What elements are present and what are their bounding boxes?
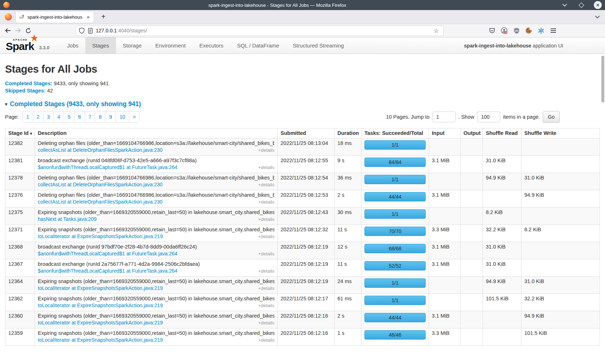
details-toggle[interactable]: +details	[258, 165, 274, 170]
forward-icon[interactable]	[13, 26, 23, 36]
back-icon[interactable]	[3, 26, 13, 36]
page-button-7[interactable]: 7	[85, 112, 95, 122]
column-header-description[interactable]: Description	[35, 128, 278, 138]
uo-shield-icon[interactable]: UO	[511, 26, 521, 36]
details-toggle[interactable]: +details	[258, 251, 274, 256]
stage-detail-link[interactable]: toLocalIterator at ExpireSnapshotsSparkA…	[38, 233, 163, 239]
page-info-icon[interactable]	[88, 28, 93, 34]
details-toggle[interactable]: +details	[258, 268, 274, 274]
nav-tab-stages[interactable]: Stages	[85, 37, 116, 54]
column-header-shuffle-write[interactable]: Shuffle Write	[521, 128, 600, 138]
details-toggle[interactable]: +details	[258, 182, 274, 187]
next-page-button[interactable]: >	[129, 112, 139, 122]
shuffle-read-cell: 32.2 KiB	[483, 225, 521, 242]
details-toggle[interactable]: +details	[258, 217, 274, 222]
column-header-stage-id[interactable]: Stage Id▾	[5, 128, 35, 138]
nav-tab-environment[interactable]: Environment	[148, 37, 192, 54]
page-button-4[interactable]: 4	[54, 112, 64, 122]
nav-tab-sql-dataframe[interactable]: SQL / DataFrame	[230, 37, 286, 54]
input-cell	[429, 294, 461, 311]
details-toggle[interactable]: +details	[258, 147, 274, 153]
column-header-shuffle-read[interactable]: Shuffle Read	[483, 128, 521, 138]
stage-detail-link[interactable]: hasNext at Tasks.java:209	[38, 216, 97, 222]
page-button-9[interactable]: 9	[106, 112, 116, 122]
items-per-page-input[interactable]	[477, 112, 500, 122]
spark-logo[interactable]: APACHE Spark ★ 3.3.0	[0, 37, 52, 54]
page-button-8[interactable]: 8	[95, 112, 106, 122]
url-text[interactable]: 127.0.0.1:4040/stages/	[96, 28, 432, 33]
url-bar[interactable]: 127.0.0.1:4040/stages/ ☆	[76, 26, 444, 36]
close-window-icon[interactable]: ×	[593, 1, 602, 9]
page-button-1[interactable]: 1	[23, 112, 33, 122]
stat-label[interactable]: Skipped Stages:	[5, 88, 46, 94]
nav-tab-storage[interactable]: Storage	[116, 37, 149, 54]
stage-detail-link[interactable]: toLocalIterator at ExpireSnapshotsSparkA…	[38, 337, 163, 343]
stage-detail-link[interactable]: collectAsList at DeleteOrphanFilesSparkA…	[38, 182, 162, 187]
column-header-submitted[interactable]: Submitted	[278, 128, 335, 138]
details-toggle[interactable]: +details	[258, 199, 274, 205]
description-cell: Deleting orphan files (older_than=166910…	[35, 190, 278, 208]
stages-table: Stage Id▾DescriptionSubmittedDurationTas…	[5, 128, 600, 346]
stage-detail-link[interactable]: $anonfun$withThreadLocalCaptured$1 at Fu…	[38, 251, 178, 256]
stat-label[interactable]: Completed Stages:	[5, 81, 52, 86]
extension-asterisk-icon[interactable]	[536, 26, 546, 36]
details-toggle[interactable]: +details	[258, 234, 274, 239]
stage-detail-link[interactable]: toLocalIterator at ExpireSnapshotsSparkA…	[38, 285, 163, 291]
page-button-5[interactable]: 5	[64, 112, 75, 122]
shuffle-write-cell: 31.0 KiB	[521, 277, 600, 294]
stage-detail-link[interactable]: $anonfun$withThreadLocalCaptured$1 at Fu…	[38, 164, 178, 170]
account-icon[interactable]	[499, 26, 509, 36]
shield-icon[interactable]	[79, 27, 85, 34]
nav-tab-jobs[interactable]: Jobs	[60, 37, 85, 54]
details-toggle[interactable]: +details	[258, 337, 274, 343]
details-toggle[interactable]: +details	[258, 286, 274, 291]
minimize-icon[interactable]	[560, 1, 569, 9]
page-button-6[interactable]: 6	[75, 112, 85, 122]
shuffle-write-cell	[521, 242, 600, 259]
column-header-duration[interactable]: Duration	[335, 128, 362, 138]
window-titlebar: spark-ingest-into-lakehouse - Stages for…	[0, 0, 605, 10]
window-controls: ×	[560, 0, 602, 10]
stage-stats: Completed Stages: 9433, only showing 941…	[5, 80, 600, 94]
list-tabs-icon[interactable]	[595, 15, 600, 18]
pocket-icon[interactable]	[487, 26, 497, 36]
scrollbar-thumb[interactable]	[601, 56, 604, 103]
stage-detail-link[interactable]: collectAsList at DeleteOrphanFilesSparkA…	[38, 199, 162, 205]
stage-detail-link[interactable]: $anonfun$withThreadLocalCaptured$1 at Fu…	[38, 268, 178, 274]
page-button-2[interactable]: 2	[33, 112, 44, 122]
page-button-3[interactable]: 3	[44, 112, 54, 122]
stage-detail-link[interactable]: collectAsList at DeleteOrphanFilesSparkA…	[38, 147, 162, 153]
details-toggle[interactable]: +details	[258, 303, 274, 308]
spark-logo-star-icon: ★	[30, 34, 39, 43]
shuffle-read-cell	[483, 311, 521, 328]
tasks-cell: 46/46	[362, 328, 429, 346]
menu-hamburger-icon[interactable]	[548, 26, 558, 36]
page-button-10[interactable]: 10	[116, 112, 129, 122]
shuffle-read-cell: 94.9 KiB	[483, 173, 521, 190]
shuffle-read-cell: 8.2 KiB	[483, 208, 521, 225]
browser-tab[interactable]: Spa spark-ingest-into-lakehous ×	[16, 12, 94, 23]
nav-tab-executors[interactable]: Executors	[192, 37, 230, 54]
nav-tab-structured-streaming[interactable]: Structured Streaming	[286, 37, 351, 54]
stat-line: Skipped Stages: 42	[5, 87, 600, 94]
stage-detail-link[interactable]: toLocalIterator at ExpireSnapshotsSparkA…	[38, 302, 163, 308]
details-toggle[interactable]: +details	[258, 320, 274, 326]
pagination-controls: 10 Pages. Jump to . Show items in a page…	[386, 111, 560, 123]
column-header-input[interactable]: Input	[429, 128, 461, 138]
duration-cell: 24 ms	[335, 277, 362, 294]
firefox-icon[interactable]	[4, 13, 12, 21]
jump-to-page-input[interactable]	[433, 112, 456, 122]
completed-stages-section-header[interactable]: ▾ Completed Stages (9433, only showing 9…	[5, 100, 600, 108]
new-tab-button[interactable]: +	[99, 12, 108, 22]
stage-detail-link[interactable]: toLocalIterator at ExpireSnapshotsSparkA…	[38, 320, 163, 326]
cookie-icon[interactable]	[524, 26, 534, 36]
tab-close-icon[interactable]: ×	[85, 14, 91, 20]
column-header-tasks-succeeded-total[interactable]: Tasks: Succeeded/Total	[362, 128, 429, 138]
column-header-output[interactable]: Output	[461, 128, 483, 138]
go-button[interactable]: Go	[543, 111, 560, 123]
bookmark-star-icon[interactable]: ☆	[432, 27, 440, 35]
input-cell	[429, 208, 461, 225]
stage-description: Deleting orphan files (older_than=166910…	[38, 140, 274, 146]
duration-cell: 11 s	[335, 259, 362, 277]
maximize-icon[interactable]	[577, 1, 586, 9]
